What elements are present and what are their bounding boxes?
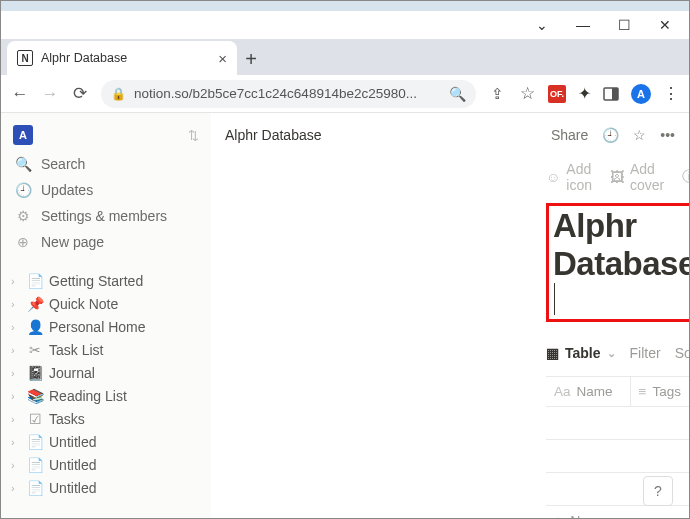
table-row[interactable]: [546, 440, 689, 473]
sidebar-updates[interactable]: 🕘 Updates: [3, 177, 209, 203]
sidebar-page-item[interactable]: ›📄Untitled: [3, 476, 209, 499]
extensions-area: OF. ✦ A ⋮: [548, 84, 679, 104]
page-label: Tasks: [49, 411, 85, 427]
title-highlight-box: Alphr Database: [546, 203, 689, 322]
window-minimize-icon[interactable]: —: [576, 17, 590, 33]
page-icon: ✂: [27, 342, 43, 358]
page-menu-icon[interactable]: •••: [660, 127, 675, 143]
sidebar-settings-label: Settings & members: [41, 208, 167, 224]
profile-avatar[interactable]: A: [631, 84, 651, 104]
page-icon: ☑: [27, 411, 43, 427]
chevron-right-icon: ›: [11, 367, 21, 379]
browser-toolbar: ← → ⟳ 🔒 notion.so/b2b5ce7cc1c24c648914be…: [1, 75, 689, 113]
chevron-right-icon: ›: [11, 298, 21, 310]
browser-tab[interactable]: N Alphr Database ×: [7, 41, 237, 75]
sidebar-page-item[interactable]: ›📄Untitled: [3, 453, 209, 476]
lock-icon: 🔒: [111, 87, 126, 101]
chevron-right-icon: ›: [11, 436, 21, 448]
add-description-button[interactable]: ⓘAdd description: [682, 161, 689, 193]
sidebar-search[interactable]: 🔍 Search: [3, 151, 209, 177]
chevron-right-icon: ›: [11, 459, 21, 471]
sort-button[interactable]: Sort: [675, 345, 689, 361]
tab-title: Alphr Database: [41, 51, 210, 65]
page-meta-row: ☺Add icon 🖼Add cover ⓘAdd description: [211, 157, 689, 197]
gear-icon: ⚙: [15, 208, 31, 224]
workspace-badge: A: [13, 125, 33, 145]
add-cover-label: Add cover: [630, 161, 664, 193]
column-tags[interactable]: ≡Tags: [631, 377, 689, 406]
chevron-right-icon: ›: [11, 413, 21, 425]
sidebar-page-item[interactable]: ›✂Task List: [3, 338, 209, 361]
clock-icon: 🕘: [15, 182, 31, 198]
sidebar-page-item[interactable]: ›👤Personal Home: [3, 315, 209, 338]
smiley-icon: ☺: [546, 169, 560, 185]
tab-close-icon[interactable]: ×: [218, 50, 227, 67]
filter-button[interactable]: Filter: [630, 345, 661, 361]
page-label: Untitled: [49, 480, 96, 496]
sidebar-page-item[interactable]: ›📄Untitled: [3, 430, 209, 453]
text-cursor: [554, 283, 555, 315]
page-icon: 📄: [27, 434, 43, 450]
sidebar-new-page[interactable]: ⊕ New page: [3, 229, 209, 255]
new-tab-button[interactable]: +: [237, 48, 265, 75]
page-label: Quick Note: [49, 296, 118, 312]
column-tags-label: Tags: [652, 384, 681, 399]
add-cover-button[interactable]: 🖼Add cover: [610, 161, 664, 193]
workspace-switcher[interactable]: A ⇅: [3, 119, 209, 151]
browser-tabbar: N Alphr Database × +: [1, 39, 689, 75]
breadcrumb[interactable]: Alphr Database: [225, 127, 537, 143]
page-label: Personal Home: [49, 319, 146, 335]
help-button[interactable]: ?: [643, 476, 673, 506]
add-row-label: New: [570, 513, 598, 518]
share-button[interactable]: Share: [551, 127, 588, 143]
chevron-right-icon: ›: [11, 321, 21, 333]
add-icon-button[interactable]: ☺Add icon: [546, 161, 592, 193]
page-label: Untitled: [49, 457, 96, 473]
page-icon: 📚: [27, 388, 43, 404]
view-switcher[interactable]: ▦ Table ⌄: [546, 345, 616, 361]
window-dropdown-icon[interactable]: ⌄: [536, 17, 548, 33]
url-text: notion.so/b2b5ce7cc1c24c648914be2c25980.…: [134, 86, 441, 101]
browser-menu-icon[interactable]: ⋮: [663, 84, 679, 103]
page-label: Reading List: [49, 388, 127, 404]
column-name[interactable]: AaName: [546, 377, 631, 406]
page-content: Alphr Database Share 🕘 ☆ ••• ☺Add icon 🖼…: [211, 113, 689, 518]
window-close-icon[interactable]: ✕: [659, 17, 671, 33]
sidebar: A ⇅ 🔍 Search 🕘 Updates ⚙ Settings & memb…: [1, 113, 211, 518]
history-icon[interactable]: 🕘: [602, 127, 619, 143]
list-icon: ≡: [639, 384, 647, 399]
nav-reload-icon[interactable]: ⟳: [71, 83, 89, 104]
address-bar[interactable]: 🔒 notion.so/b2b5ce7cc1c24c648914be2c2598…: [101, 80, 476, 108]
nav-forward-icon[interactable]: →: [41, 84, 59, 104]
database-toolbar: ▦ Table ⌄ Filter Sort 🔍 ••• New ⌄: [546, 340, 689, 374]
page-icon: 📌: [27, 296, 43, 312]
chevron-down-icon: ⌄: [607, 347, 616, 360]
favorite-star-icon[interactable]: ☆: [633, 127, 646, 143]
sidebar-page-item[interactable]: ›📌Quick Note: [3, 292, 209, 315]
sidebar-page-item[interactable]: ›📓Journal: [3, 361, 209, 384]
svg-rect-1: [612, 88, 618, 100]
info-icon: ⓘ: [682, 168, 689, 186]
page-label: Untitled: [49, 434, 96, 450]
sidebar-page-item[interactable]: ›📚Reading List: [3, 384, 209, 407]
page-label: Journal: [49, 365, 95, 381]
extension-badge[interactable]: OF.: [548, 85, 566, 103]
add-icon-label: Add icon: [566, 161, 592, 193]
page-title[interactable]: Alphr Database: [553, 207, 689, 283]
sidebar-page-item[interactable]: ›☑Tasks: [3, 407, 209, 430]
view-name: Table: [565, 345, 601, 361]
page-icon: 📓: [27, 365, 43, 381]
nav-back-icon[interactable]: ←: [11, 84, 29, 104]
page-icon: 📄: [27, 457, 43, 473]
add-row-button[interactable]: +New: [546, 506, 689, 518]
sidebar-page-item[interactable]: ›📄Getting Started: [3, 269, 209, 292]
page-icon: 👤: [27, 319, 43, 335]
extensions-icon[interactable]: ✦: [578, 84, 591, 103]
bookmark-star-icon[interactable]: ☆: [518, 83, 536, 104]
table-row[interactable]: [546, 407, 689, 440]
share-page-icon[interactable]: ⇪: [488, 85, 506, 103]
window-maximize-icon[interactable]: ☐: [618, 17, 631, 33]
sidebar-settings[interactable]: ⚙ Settings & members: [3, 203, 209, 229]
search-in-url-icon[interactable]: 🔍: [449, 86, 466, 102]
sidepanel-icon[interactable]: [603, 86, 619, 102]
